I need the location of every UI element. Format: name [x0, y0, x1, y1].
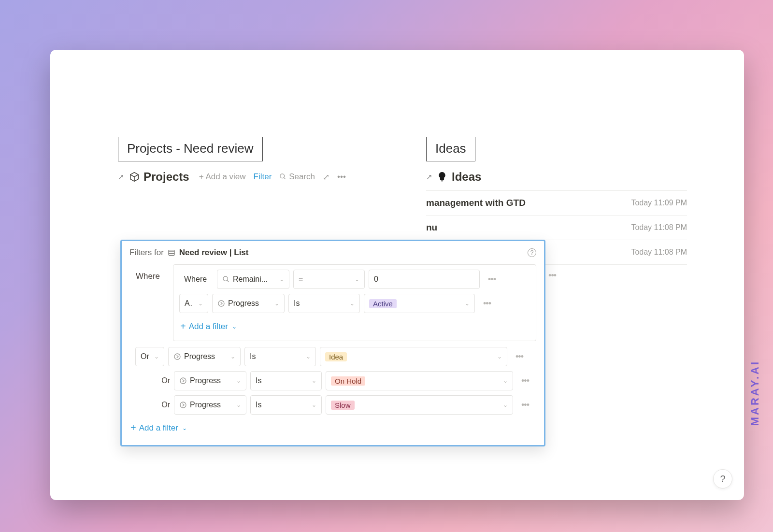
operator-select[interactable]: Is ⌄ — [250, 395, 322, 415]
chevron-down-icon: ⌄ — [355, 276, 359, 283]
tag-active: Active — [369, 299, 397, 308]
row-menu-icon[interactable]: ••• — [511, 352, 528, 362]
operator-select[interactable]: Is ⌄ — [288, 294, 360, 313]
ideas-db-header: ↗ Ideas — [426, 170, 687, 184]
chevron-down-icon: ⌄ — [312, 377, 316, 384]
operator-select[interactable]: Is ⌄ — [250, 371, 322, 390]
join-label: Or — [135, 401, 170, 409]
value-input[interactable] — [369, 270, 480, 289]
chevron-down-icon: ⌄ — [503, 402, 508, 408]
property-select[interactable]: Remaini... ⌄ — [217, 270, 289, 289]
chevron-down-icon: ⌄ — [232, 323, 237, 330]
more-icon[interactable]: ••• — [337, 172, 346, 182]
svg-point-0 — [280, 174, 285, 178]
row-menu-icon[interactable]: ••• — [484, 274, 500, 285]
chevron-down-icon: ⌄ — [350, 300, 355, 307]
status-icon — [173, 353, 181, 360]
add-filter-button[interactable]: + Add a filter ⌄ — [179, 318, 530, 335]
value-select[interactable]: Active ⌄ — [364, 294, 475, 313]
value-select[interactable]: Slow ⌄ — [326, 395, 513, 415]
help-fab[interactable]: ? — [713, 469, 732, 489]
join-label: Or — [135, 376, 170, 385]
list-item-title: nu — [426, 222, 437, 233]
svg-point-9 — [174, 354, 180, 359]
property-select[interactable]: Progress ⌄ — [212, 294, 285, 313]
help-icon[interactable]: ? — [528, 248, 536, 257]
property-select[interactable]: Progress ⌄ — [174, 395, 246, 415]
chevron-down-icon: ⌄ — [182, 425, 187, 431]
property-select[interactable]: Progress ⌄ — [174, 371, 246, 390]
list-item-date: Today 11:09 PM — [631, 199, 687, 207]
svg-point-8 — [218, 301, 224, 306]
plus-icon: + — [180, 321, 186, 332]
popover-title: Filters for Need review | List ? — [129, 248, 536, 258]
row-menu-icon[interactable]: ••• — [517, 376, 533, 386]
filter-popover: Filters for Need review | List ? Where W… — [120, 240, 545, 446]
chevron-down-icon: ⌄ — [279, 276, 284, 283]
svg-point-11 — [180, 402, 186, 408]
lightbulb-icon — [437, 171, 447, 183]
svg-point-6 — [223, 276, 228, 281]
watermark: MARAY.AI — [749, 360, 761, 426]
list-view-icon — [168, 249, 175, 257]
join-label: Where — [179, 270, 213, 289]
operator-select[interactable]: Is ⌄ — [244, 347, 316, 366]
tag-slow: Slow — [331, 401, 355, 410]
plus-icon: + — [130, 422, 136, 433]
join-select[interactable]: And ⌄ — [179, 294, 208, 313]
add-filter-button[interactable]: + Add a filter ⌄ — [129, 419, 536, 436]
expand-icon[interactable]: ⤢ — [323, 172, 329, 182]
chevron-down-icon: ⌄ — [503, 377, 508, 384]
status-icon — [179, 377, 187, 385]
operator-select[interactable]: = ⌄ — [293, 270, 365, 289]
status-icon — [217, 300, 225, 307]
open-as-page-icon[interactable]: ↗ — [118, 173, 124, 181]
svg-line-7 — [227, 280, 229, 282]
row-menu-icon[interactable]: ••• — [517, 400, 533, 410]
tag-onhold: On Hold — [331, 376, 365, 386]
filter-group: Where Where Remaini... ⌄ = ⌄ ••• ••• — [173, 264, 536, 341]
svg-line-1 — [284, 177, 286, 179]
projects-title[interactable]: Projects — [143, 170, 189, 184]
value-select[interactable]: Idea ⌄ — [320, 347, 507, 366]
list-item[interactable]: nu Today 11:08 PM — [426, 216, 687, 240]
property-select[interactable]: Progress ⌄ — [168, 347, 241, 366]
filter-row: And ⌄ Progress ⌄ Is ⌄ Active ⌄ ••• — [179, 294, 530, 313]
tag-idea: Idea — [325, 352, 347, 361]
row-menu-icon[interactable]: ••• — [479, 299, 495, 309]
value-select[interactable]: On Hold ⌄ — [326, 371, 513, 390]
svg-rect-3 — [169, 250, 174, 256]
app-window: Projects - Need review ↗ Projects + Add … — [50, 50, 744, 500]
filter-button[interactable]: Filter — [254, 172, 272, 182]
chevron-down-icon: ⌄ — [497, 353, 502, 360]
projects-db-header: ↗ Projects + Add a view Filter Search ⤢ … — [118, 170, 398, 184]
ideas-title[interactable]: Ideas — [452, 170, 481, 184]
chevron-down-icon: ⌄ — [306, 353, 311, 360]
svg-rect-2 — [441, 181, 444, 182]
chevron-down-icon: ⌄ — [236, 377, 241, 384]
filter-row: Or Progress ⌄ Is ⌄ Slow ⌄ ••• — [135, 395, 536, 415]
two-column-layout: Projects - Need review ↗ Projects + Add … — [50, 50, 744, 265]
status-icon — [179, 401, 187, 409]
filter-row: Or Progress ⌄ Is ⌄ On Hold ⌄ ••• — [135, 371, 536, 390]
open-as-page-icon[interactable]: ↗ — [426, 173, 432, 181]
chevron-down-icon: ⌄ — [230, 353, 235, 360]
join-select[interactable]: Or ⌄ — [135, 347, 164, 366]
cube-icon — [129, 172, 140, 182]
svg-point-10 — [180, 378, 186, 384]
projects-toolbar: + Add a view Filter Search ⤢ ••• — [199, 172, 346, 182]
ideas-annotation-label: Ideas — [426, 137, 475, 161]
group-menu-icon[interactable]: ••• — [548, 271, 556, 281]
chevron-down-icon: ⌄ — [236, 402, 241, 408]
list-item[interactable]: management with GTD Today 11:09 PM — [426, 191, 687, 216]
projects-annotation-label: Projects - Need review — [118, 137, 263, 161]
search-button[interactable]: Search — [279, 172, 315, 182]
list-item-date: Today 11:08 PM — [631, 223, 687, 232]
outer-filter-rows: Or ⌄ Progress ⌄ Is ⌄ Idea ⌄ ••• — [135, 347, 536, 415]
filter-row: Or ⌄ Progress ⌄ Is ⌄ Idea ⌄ ••• — [135, 347, 536, 366]
add-view-button[interactable]: + Add a view — [199, 172, 246, 182]
chevron-down-icon: ⌄ — [465, 300, 470, 307]
chevron-down-icon: ⌄ — [274, 300, 279, 307]
chevron-down-icon: ⌄ — [198, 300, 203, 307]
where-label: Where — [136, 272, 160, 281]
